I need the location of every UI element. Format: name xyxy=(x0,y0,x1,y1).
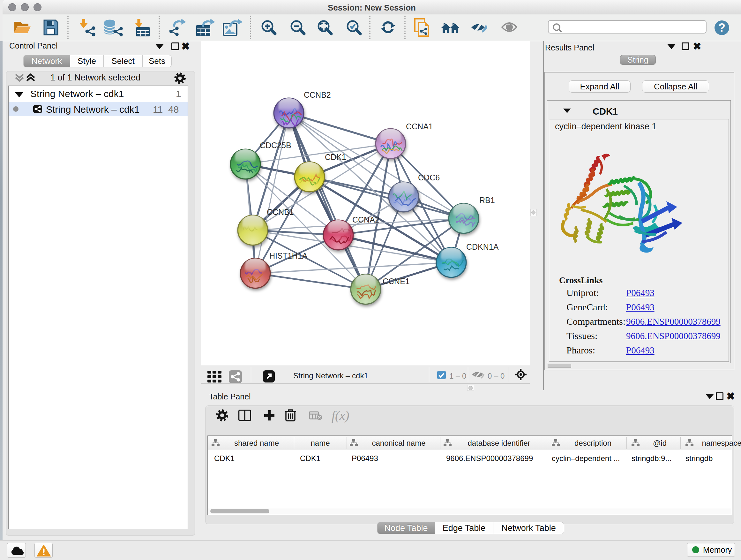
svg-text:CCNA1: CCNA1 xyxy=(406,122,433,131)
svg-text:CDC25B: CDC25B xyxy=(260,141,291,150)
svg-text:CCNE1: CCNE1 xyxy=(383,277,410,286)
svg-text:CCNB1: CCNB1 xyxy=(267,207,294,216)
svg-text:RB1: RB1 xyxy=(479,196,495,205)
svg-text:CDC6: CDC6 xyxy=(418,173,440,182)
svg-text:CDK1: CDK1 xyxy=(325,152,346,162)
svg-text:CCNA2: CCNA2 xyxy=(352,215,380,224)
svg-text:CCNB2: CCNB2 xyxy=(304,90,331,99)
svg-text:?: ? xyxy=(718,21,725,34)
svg-text:HIST1H1A: HIST1H1A xyxy=(269,251,308,260)
svg-text:CDKN1A: CDKN1A xyxy=(466,242,499,251)
